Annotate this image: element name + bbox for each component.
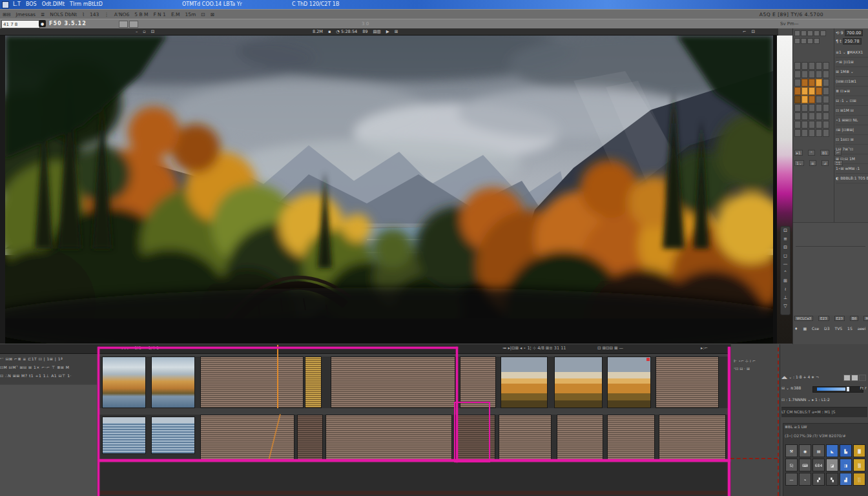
mini-chip[interactable]: ≡ <box>809 160 816 166</box>
panel-toolbar-button[interactable]: 1S <box>847 326 852 331</box>
property-row[interactable]: ≡1 ⌄ ▮MAXX1 <box>836 48 868 57</box>
asset-tile[interactable]: — <box>785 473 798 486</box>
panel-toolbar-button[interactable]: TVS <box>835 326 843 331</box>
toolbar-token[interactable]: ⊠ <box>211 12 214 17</box>
tool-strip-icon[interactable]: — <box>781 260 790 269</box>
preview-canvas[interactable] <box>5 36 773 344</box>
menu-item[interactable]: L.T <box>13 1 21 7</box>
panel-toolbar-button[interactable]: D3 <box>824 326 829 331</box>
menu-item[interactable]: Tlrm mBtLtD <box>70 1 103 7</box>
property-row[interactable]: ⊡ ⊞1M ⊟ <box>836 106 868 116</box>
asset-tile[interactable]: ▤ <box>812 444 825 457</box>
preview-header-control[interactable]: 8.2M <box>313 29 323 34</box>
progress-slider[interactable] <box>812 386 863 393</box>
menu-item[interactable]: BOS <box>26 1 37 7</box>
preview-header-icon[interactable]: ⊡ <box>751 29 754 34</box>
preview-header-control[interactable]: ⊞ <box>395 29 398 34</box>
mini-chip[interactable]: ⌃ <box>808 150 815 156</box>
assets-toolbar[interactable]: (3∘| O27%:39·/7/ V3M B2070/# <box>785 433 867 438</box>
asset-tile[interactable]: ░ <box>853 473 865 486</box>
mini-chip[interactable]: 1⌄ <box>794 160 804 166</box>
value-field[interactable]: 700.00 <box>845 30 863 36</box>
tool-button[interactable] <box>794 79 801 87</box>
asset-tile[interactable]: ◣ <box>826 444 838 457</box>
tool-button[interactable] <box>809 121 815 129</box>
property-row[interactable]: ⊡ 1⊟⊡ ⊞ <box>836 135 868 145</box>
search-input[interactable] <box>1 20 40 28</box>
tool-strip-icon[interactable]: ⊥ <box>781 294 790 302</box>
panel-toolbar-button[interactable]: aeei <box>858 326 866 331</box>
asset-tile[interactable]: ⌁ <box>799 473 811 486</box>
tool-button[interactable] <box>794 121 801 129</box>
asset-tile[interactable]: S) <box>785 459 798 471</box>
tool-button[interactable] <box>816 70 822 78</box>
preview-header-icon[interactable]: – <box>136 29 138 34</box>
timeline-clip[interactable] <box>557 415 603 460</box>
timeline-clip[interactable] <box>151 417 195 454</box>
tool-button[interactable] <box>816 87 822 95</box>
tool-strip-icon[interactable]: ≀ <box>781 285 790 294</box>
tool-strip-icon[interactable]: ◻ <box>781 252 790 260</box>
tool-strip-icon[interactable]: ⊟ <box>781 243 790 252</box>
tool-button[interactable] <box>801 62 808 70</box>
property-row[interactable]: ⊟ :1 ⌄ ⊡⊞ <box>836 96 868 106</box>
tool-button[interactable] <box>823 121 829 129</box>
tool-button[interactable] <box>823 62 829 70</box>
timeline-clip[interactable] <box>460 356 496 408</box>
timeline-clip[interactable] <box>607 415 655 460</box>
tool-button[interactable] <box>823 70 829 78</box>
slider-knob[interactable] <box>847 387 849 391</box>
video-track-2[interactable] <box>98 415 730 460</box>
property-row[interactable]: ≀⊞ |⊡≣⊞| <box>836 125 868 135</box>
asset-tile[interactable]: ▚ <box>826 473 838 486</box>
preview-header-icon[interactable]: ▫ <box>143 29 145 34</box>
numeric-row[interactable]: ⊡ : 1.7NNNN ⌄ ▸ 1 : L1:2 <box>781 395 867 405</box>
timeline-clip[interactable] <box>656 356 719 408</box>
toolbar-token[interactable]: E.M <box>171 12 180 17</box>
timeline-clip[interactable] <box>305 356 322 408</box>
toolbar-token[interactable]: A'NO6 <box>114 12 129 17</box>
tool-button[interactable] <box>816 96 822 103</box>
property-row[interactable]: ≣ ⊡ ▸⊞ <box>836 87 868 96</box>
tool-button[interactable] <box>809 96 815 103</box>
preview-header-control[interactable]: ▪ <box>328 29 331 34</box>
timeline-clip[interactable] <box>554 356 603 408</box>
panel-toolbar-button[interactable]: ▦ <box>803 326 807 331</box>
tool-button[interactable] <box>816 129 822 137</box>
track-header-row[interactable]: ᵛᵔ ⊟⊠ ⌐≣ ≡ ⊏1T ⊡ | 1⊞ | 1ª <box>0 355 97 363</box>
tool-button[interactable] <box>823 96 829 103</box>
asset-tile[interactable]: ⌨ <box>799 459 811 471</box>
tool-button[interactable] <box>809 87 815 95</box>
property-row[interactable]: ⊞ ⊡:⊟ 1M <box>836 154 868 164</box>
tool-button[interactable] <box>794 87 801 95</box>
value-field[interactable]: 250.78 <box>843 38 862 45</box>
segmented-strip-2[interactable] <box>794 37 832 44</box>
tool-button[interactable] <box>809 112 815 120</box>
timeline-clip[interactable] <box>331 356 455 408</box>
asset-tile[interactable]: ◨ <box>840 459 852 471</box>
panel-button[interactable]: M3 <box>863 316 868 321</box>
tool-button[interactable] <box>823 104 829 112</box>
side-panel-row[interactable]: ⊩ ∘⌐ ⊹ ≀ ⌐ <box>734 357 778 365</box>
toolbar-token[interactable]: 5 B M <box>134 12 148 17</box>
property-row[interactable]: 1∘⊞ wM⊞ :1 <box>836 164 868 174</box>
video-track-1[interactable] <box>98 356 730 408</box>
param-icon[interactable]: ¶ t <box>836 39 842 44</box>
asset-tile[interactable]: ▒ <box>853 459 865 471</box>
timeline-clip[interactable] <box>501 356 548 408</box>
preview-header-control[interactable]: ◔ 5:28:54 <box>336 29 357 34</box>
tool-strip-icon[interactable]: ⊞ <box>781 277 790 285</box>
record-button[interactable]: ● <box>39 20 46 27</box>
mini-chip[interactable]: B1 <box>820 150 829 156</box>
tool-button[interactable] <box>809 70 815 78</box>
asset-tile[interactable]: ▙ <box>840 444 852 457</box>
panel-toolbar-button[interactable]: ♦ <box>794 326 798 331</box>
tool-button[interactable] <box>801 129 808 137</box>
panel-button[interactable]: E23 <box>834 316 845 321</box>
tool-button[interactable] <box>816 104 822 112</box>
tool-button[interactable] <box>794 104 801 112</box>
timeline-clip[interactable] <box>326 415 452 460</box>
panel-toolbar-button[interactable]: Cse <box>812 326 819 331</box>
panel-button[interactable]: E23 <box>818 316 829 321</box>
preview-header-control[interactable]: 89 <box>362 29 367 34</box>
